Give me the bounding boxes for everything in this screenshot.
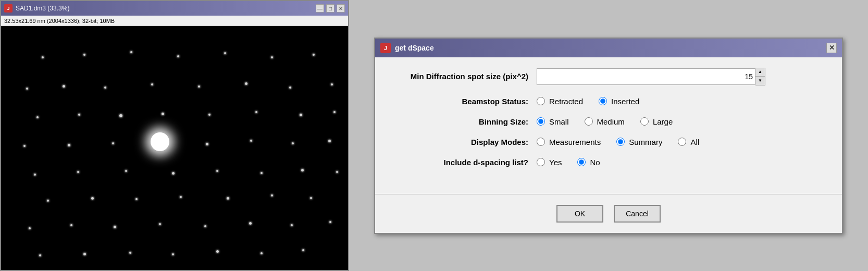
- dialog-separator: [375, 194, 842, 194]
- binning-medium-group: Medium: [585, 117, 631, 126]
- window-controls: — □ ✕: [316, 4, 345, 13]
- cancel-button[interactable]: Cancel: [614, 205, 661, 223]
- dialog-title: get dSpace: [395, 44, 434, 52]
- ok-button[interactable]: OK: [556, 205, 603, 223]
- beamstop-inserted-radio[interactable]: [599, 97, 607, 105]
- beamstop-row: Beamstop Status: Retracted Inserted: [391, 97, 826, 106]
- dspacing-no-radio[interactable]: [577, 158, 586, 166]
- dialog-body: Min Diffraction spot size (pix^2) ▲ ▼ Be…: [375, 57, 842, 189]
- dspacing-yes-group: Yes: [537, 158, 568, 167]
- close-button[interactable]: ✕: [337, 4, 345, 13]
- binning-large-group: Large: [640, 117, 679, 126]
- min-diffraction-label: Min Diffraction spot size (pix^2): [391, 72, 537, 81]
- binning-small-radio[interactable]: [537, 117, 545, 126]
- maximize-button[interactable]: □: [326, 4, 334, 13]
- dspacing-label: Include d-spacing list?: [391, 158, 537, 167]
- dialog-java-icon: J: [380, 43, 391, 53]
- beamstop-controls: Retracted Inserted: [537, 97, 646, 106]
- binning-label: Binning Size:: [391, 117, 537, 126]
- dspacing-yes-radio[interactable]: [537, 158, 545, 166]
- display-controls: Measurements Summary All: [537, 138, 705, 146]
- display-measurements-label: Measurements: [549, 138, 601, 146]
- binning-large-label: Large: [653, 117, 673, 126]
- binning-row: Binning Size: Small Medium Large: [391, 117, 826, 126]
- java-icon: J: [4, 4, 13, 13]
- dspacing-yes-label: Yes: [549, 158, 562, 167]
- display-summary-radio[interactable]: [616, 138, 625, 146]
- image-window: J SAD1.dm3 (33.3%) — □ ✕ 32.53x21.69 nm …: [0, 0, 349, 271]
- beamstop-retracted-group: Retracted: [537, 97, 589, 106]
- beamstop-retracted-radio[interactable]: [537, 97, 545, 105]
- spinner-arrows: ▲ ▼: [755, 68, 765, 85]
- titlebar-left: J SAD1.dm3 (33.3%): [4, 4, 69, 13]
- display-measurements-radio[interactable]: [537, 138, 545, 146]
- binning-large-radio[interactable]: [640, 117, 649, 126]
- beamstop-inserted-label: Inserted: [611, 97, 639, 106]
- binning-medium-label: Medium: [597, 117, 625, 126]
- binning-small-group: Small: [537, 117, 575, 126]
- beamstop-inserted-group: Inserted: [599, 97, 646, 106]
- display-summary-group: Summary: [616, 138, 668, 146]
- dialog-container: J get dSpace ✕ Min Diffraction spot size…: [349, 0, 868, 271]
- image-canvas: [1, 26, 348, 270]
- image-info-text: 32.53x21.69 nm (2004x1336); 32-bit; 10MB: [4, 18, 115, 24]
- display-all-group: All: [678, 138, 705, 146]
- binning-controls: Small Medium Large: [537, 117, 679, 126]
- dialog-titlebar-left: J get dSpace: [380, 43, 434, 53]
- display-row: Display Modes: Measurements Summary All: [391, 138, 826, 146]
- minimize-button[interactable]: —: [316, 4, 324, 13]
- spinner-down[interactable]: ▼: [755, 77, 765, 85]
- dialog-footer: OK Cancel: [375, 205, 842, 233]
- display-measurements-group: Measurements: [537, 138, 607, 146]
- image-titlebar: J SAD1.dm3 (33.3%) — □ ✕: [1, 1, 348, 16]
- image-infobar: 32.53x21.69 nm (2004x1336); 32-bit; 10MB: [1, 16, 348, 26]
- display-all-radio[interactable]: [678, 138, 686, 146]
- dialog-close-button[interactable]: ✕: [826, 43, 837, 53]
- min-diffraction-input[interactable]: [537, 68, 755, 85]
- spinner-up[interactable]: ▲: [755, 68, 765, 77]
- binning-small-label: Small: [549, 117, 569, 126]
- beamstop-label: Beamstop Status:: [391, 97, 537, 106]
- display-summary-label: Summary: [629, 138, 662, 146]
- min-diffraction-row: Min Diffraction spot size (pix^2) ▲ ▼: [391, 68, 826, 85]
- display-all-label: All: [690, 138, 699, 146]
- beamstop-retracted-label: Retracted: [549, 97, 583, 106]
- dspacing-no-group: No: [577, 158, 606, 167]
- get-dspace-dialog: J get dSpace ✕ Min Diffraction spot size…: [374, 38, 843, 234]
- binning-medium-radio[interactable]: [585, 117, 593, 126]
- min-diffraction-spinner: ▲ ▼: [537, 68, 765, 85]
- image-window-title: SAD1.dm3 (33.3%): [16, 5, 69, 12]
- display-label: Display Modes:: [391, 138, 537, 146]
- dspacing-no-label: No: [590, 158, 600, 167]
- dspacing-controls: Yes No: [537, 158, 606, 167]
- dialog-titlebar: J get dSpace ✕: [375, 39, 842, 57]
- dspacing-row: Include d-spacing list? Yes No: [391, 158, 826, 167]
